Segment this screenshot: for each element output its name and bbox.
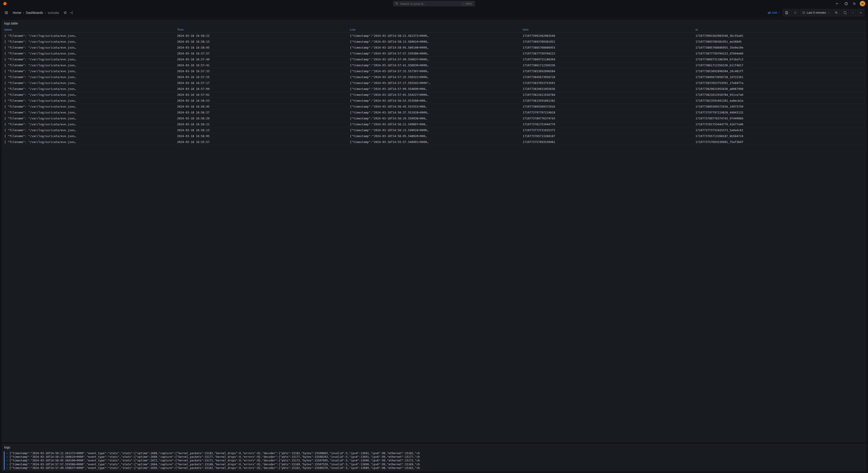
user-avatar[interactable]: H — [860, 1, 865, 6]
log-line[interactable]: ›{"timestamp":"2024-03-18T14:58:05.56010… — [4, 459, 864, 462]
expand-caret-icon[interactable]: › — [6, 466, 8, 470]
cell-line: {"timestamp":"2024-03-18T14:56:05.548020… — [348, 133, 520, 139]
table-row[interactable]: { "filename": "/var/log/suricata/eve.jso… — [2, 68, 866, 74]
table-row[interactable]: { "filename": "/var/log/suricata/eve.jso… — [2, 80, 866, 86]
expand-caret-icon[interactable]: › — [6, 451, 8, 455]
cell-tsns: 1710773789776374743 — [520, 115, 693, 122]
table-row[interactable]: { "filename": "/var/log/suricata/eve.jso… — [2, 45, 866, 50]
logs-panel: logs ›{"timestamp":"2024-03-18T14:58:21.… — [2, 444, 866, 471]
help-icon[interactable]: ? — [843, 1, 849, 6]
cell-time: 2024-03-18 16:57:17 — [175, 80, 347, 86]
zoom-out-button[interactable] — [833, 9, 840, 16]
share-icon[interactable] — [69, 10, 74, 15]
save-dashboard-button[interactable] — [783, 9, 790, 16]
news-icon[interactable] — [851, 1, 857, 6]
table-row[interactable]: { "filename": "/var/log/suricata/eve.jso… — [2, 74, 866, 80]
add-panel-button[interactable]: Add — [766, 10, 782, 15]
cell-id: 1710773853692896584_10c481ff — [693, 68, 866, 74]
table-row[interactable]: { "filename": "/var/log/suricata/eve.jso… — [2, 110, 866, 115]
favorite-star-icon[interactable] — [62, 10, 68, 15]
cell-labels: { "filename": "/var/log/suricata/eve.jso… — [2, 57, 175, 62]
clock-icon — [802, 11, 805, 14]
expand-caret-icon[interactable]: › — [6, 463, 8, 466]
table-row[interactable]: { "filename": "/var/log/suricata/eve.jso… — [2, 115, 866, 122]
column-header-tsns[interactable]: tsNs — [520, 27, 693, 33]
cell-line: {"timestamp":"2024-03-18T14:57:49.558637… — [348, 57, 520, 62]
dashboard-settings-button[interactable] — [792, 9, 799, 16]
panel-title[interactable]: logs — [2, 444, 866, 450]
log-line[interactable]: ›{"timestamp":"2024-03-18T14:58:21.56137… — [4, 451, 864, 455]
cell-labels: { "filename": "/var/log/suricata/eve.jso… — [2, 33, 175, 39]
table-row[interactable]: { "filename": "/var/log/suricata/eve.jso… — [2, 139, 866, 145]
cell-line: {"timestamp":"2024-03-18T14:57:33.557307… — [348, 68, 520, 74]
cell-tsns: 1710773893789381951 — [520, 39, 693, 45]
table-row[interactable]: { "filename": "/var/log/suricata/eve.jso… — [2, 57, 866, 62]
table-row[interactable]: { "filename": "/var/log/suricata/eve.jso… — [2, 122, 866, 127]
table-row[interactable]: { "filename": "/var/log/suricata/eve.jso… — [2, 92, 866, 98]
breadcrumb-dashboards[interactable]: Dashboards — [26, 11, 43, 14]
global-search[interactable]: ctrl+k — [393, 1, 475, 6]
cell-line: {"timestamp":"2024-03-18T14:57:41.558030… — [348, 62, 520, 68]
cell-id: 1710773773731025373_5a0a4c61 — [693, 127, 866, 133]
cell-tsns: 1710773781753444779 — [520, 122, 693, 127]
cell-time: 2024-03-18 16:56:05 — [175, 133, 347, 139]
expand-caret-icon[interactable]: › — [6, 455, 8, 459]
svg-line-1 — [397, 4, 398, 5]
table-row[interactable]: { "filename": "/var/log/suricata/eve.jso… — [2, 133, 866, 139]
table-row[interactable]: { "filename": "/var/log/suricata/eve.jso… — [2, 50, 866, 57]
cell-tsns: 1710773885768686955 — [520, 45, 693, 50]
grafana-logo-icon[interactable] — [3, 1, 7, 6]
menu-toggle-icon[interactable] — [4, 10, 9, 15]
cell-id: 1710773869731186304_bf16afc3 — [693, 57, 866, 62]
time-range-picker[interactable]: Last 5 minutes — [800, 9, 832, 16]
table-row[interactable]: { "filename": "/var/log/suricata/eve.jso… — [2, 104, 866, 110]
log-line[interactable]: ›{"timestamp":"2024-03-18T14:57:57.55938… — [4, 463, 864, 466]
breadcrumb-home[interactable]: Home — [13, 11, 21, 14]
column-header-labels[interactable]: labels — [2, 27, 175, 33]
cell-id: 1710773861712356336_b11f4817 — [693, 62, 866, 68]
cell-line: {"timestamp":"2024-03-18T14:56:53.553508… — [348, 98, 520, 104]
cell-tsns: 1710773845673058728 — [520, 74, 693, 80]
cell-tsns: 1710773805569372016 — [520, 104, 693, 110]
cell-time: 2024-03-18 16:56:53 — [175, 98, 347, 104]
log-text: {"timestamp":"2024-03-18T14:57:57.559386… — [9, 463, 420, 466]
log-text: {"timestamp":"2024-03-18T14:57:49.558637… — [9, 466, 420, 470]
svg-rect-10 — [769, 12, 769, 13]
table-row[interactable]: { "filename": "/var/log/suricata/eve.jso… — [2, 39, 866, 45]
svg-point-5 — [853, 4, 854, 5]
cell-line: {"timestamp":"2024-03-18T14:57:17.555542… — [348, 80, 520, 86]
log-line[interactable]: ›{"timestamp":"2024-03-18T14:57:49.55863… — [4, 466, 864, 470]
column-header-time[interactable]: Time — [175, 27, 347, 33]
search-input[interactable] — [400, 2, 460, 5]
logs-table-panel: logs table labels Time Line tsNs id { "f… — [2, 20, 866, 442]
table-row[interactable]: { "filename": "/var/log/suricata/eve.jso… — [2, 86, 866, 92]
log-level-bar — [4, 455, 4, 459]
expand-caret-icon[interactable]: › — [6, 459, 8, 462]
refresh-button[interactable] — [841, 9, 849, 16]
column-header-line[interactable]: Line — [348, 27, 520, 33]
table-row[interactable]: { "filename": "/var/log/suricata/eve.jso… — [2, 62, 866, 68]
cell-labels: { "filename": "/var/log/suricata/eve.jso… — [2, 62, 175, 68]
cell-labels: { "filename": "/var/log/suricata/eve.jso… — [2, 122, 175, 127]
panel-add-icon — [768, 11, 771, 14]
cell-line: {"timestamp":"2024-03-18T14:57:09.554690… — [348, 86, 520, 92]
column-header-id[interactable]: id — [693, 27, 866, 33]
panel-title[interactable]: logs table — [2, 20, 866, 27]
collapse-top-button[interactable] — [857, 9, 864, 16]
refresh-interval-button[interactable] — [850, 9, 856, 16]
table-row[interactable]: { "filename": "/var/log/suricata/eve.jso… — [2, 127, 866, 133]
add-menu-button[interactable] — [835, 1, 841, 6]
table-row[interactable]: { "filename": "/var/log/suricata/eve.jso… — [2, 33, 866, 39]
cell-id: 1710773797797219828_d4843132 — [693, 110, 866, 115]
log-line[interactable]: ›{"timestamp":"2024-03-18T14:58:13.56062… — [4, 455, 864, 459]
cell-labels: { "filename": "/var/log/suricata/eve.jso… — [2, 115, 175, 122]
cell-time: 2024-03-18 16:56:45 — [175, 104, 347, 110]
cell-id: 1710773829631055636_a8067908 — [693, 86, 866, 92]
table-row[interactable]: { "filename": "/var/log/suricata/eve.jso… — [2, 98, 866, 104]
chevron-right-icon: › — [23, 11, 24, 14]
cell-time: 2024-03-18 16:56:29 — [175, 115, 347, 122]
cell-tsns: 1710773829631055636 — [520, 86, 693, 92]
svg-point-12 — [795, 12, 796, 13]
log-level-bar — [4, 451, 4, 455]
svg-text:?: ? — [846, 3, 847, 5]
